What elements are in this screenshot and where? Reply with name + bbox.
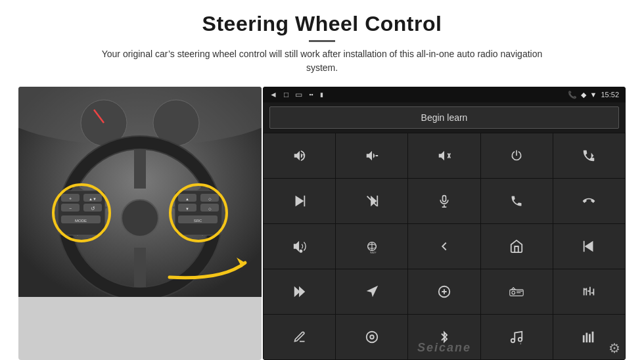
svg-text:▲: ▲ [185, 197, 189, 201]
phone-button[interactable] [481, 179, 553, 223]
next-track-button[interactable] [264, 179, 335, 223]
signal-icon: ▪▪ [309, 91, 313, 98]
home-nav-icon[interactable]: □ [284, 90, 288, 99]
svg-rect-46 [377, 196, 378, 207]
vol-down-button[interactable] [336, 133, 407, 178]
sound-settings-button[interactable] [264, 224, 335, 269]
svg-marker-59 [299, 286, 305, 298]
bluetooth-button[interactable] [408, 315, 480, 359]
status-time: 15:52 [601, 91, 619, 99]
svg-marker-57 [585, 241, 593, 252]
music-button[interactable]: ♩ [481, 315, 553, 359]
svg-text:360°: 360° [370, 252, 377, 254]
svg-rect-43 [304, 196, 305, 207]
header-section: Steering Wheel Control Your original car… [0, 0, 644, 80]
back-button[interactable] [408, 224, 480, 269]
status-bar-left: ◄ □ ▭ ▪▪ ▮ [269, 90, 323, 99]
control-grid: + [263, 133, 626, 360]
svg-text:+: + [302, 152, 305, 158]
svg-rect-81 [592, 332, 594, 343]
svg-text:◇: ◇ [208, 207, 212, 211]
fast-forward-button[interactable] [264, 269, 335, 314]
begin-learn-row: Begin learn [263, 102, 626, 133]
svg-rect-79 [586, 333, 588, 343]
home-button[interactable] [481, 224, 553, 269]
location-icon: ◆ [581, 91, 586, 99]
skip-button[interactable] [336, 179, 407, 223]
page-container: Steering Wheel Control Your original car… [0, 0, 644, 360]
android-panel: ◄ □ ▭ ▪▪ ▮ 📞 ◆ ▼ 15:52 Begin learn [263, 87, 626, 360]
wifi-icon: ▼ [590, 91, 597, 99]
pen-button[interactable] [264, 315, 335, 359]
begin-learn-button[interactable]: Begin learn [269, 106, 619, 129]
content-row: + − ▲▼ ↺ MODE ▲ ◇ ▼ ◇ SRC [0, 80, 644, 360]
svg-point-74 [370, 335, 374, 339]
settings-gear-button[interactable]: ⚙ [609, 340, 620, 356]
photo-panel: + − ▲▼ ↺ MODE ▲ ◇ ▼ ◇ SRC [18, 87, 262, 360]
svg-rect-47 [442, 196, 446, 202]
mic-button[interactable] [408, 179, 480, 223]
navigate-button[interactable] [336, 269, 407, 314]
prev-track-button[interactable] [553, 224, 625, 269]
360-view-button[interactable]: 360° [336, 224, 407, 269]
call-prev-button[interactable] [553, 133, 625, 178]
svg-text:♩: ♩ [520, 340, 522, 344]
svg-text:−: − [69, 206, 72, 211]
battery-icon: ▮ [320, 91, 323, 98]
svg-marker-50 [293, 241, 298, 252]
svg-point-73 [367, 332, 378, 343]
subtitle: Your original car’s steering wheel contr… [92, 47, 552, 75]
svg-text:↺: ↺ [91, 206, 95, 212]
svg-text:MODE: MODE [75, 219, 87, 223]
power-button[interactable] [481, 133, 553, 178]
svg-text:◇: ◇ [208, 197, 212, 201]
hang-up-button[interactable] [553, 179, 625, 223]
status-bar: ◄ □ ▭ ▪▪ ▮ 📞 ◆ ▼ 15:52 [263, 87, 626, 102]
svg-text:▲▼: ▲▼ [89, 197, 97, 201]
svg-marker-60 [367, 286, 378, 297]
status-bar-right: 📞 ◆ ▼ 15:52 [568, 91, 619, 99]
svg-point-11 [122, 200, 158, 236]
svg-text:SRC: SRC [194, 219, 202, 223]
svg-point-75 [511, 339, 515, 343]
phone-icon: 📞 [568, 91, 577, 99]
mute-button[interactable] [408, 133, 480, 178]
page-title: Steering Wheel Control [39, 12, 605, 36]
svg-point-51 [300, 250, 302, 253]
svg-text:▼: ▼ [185, 207, 189, 211]
svg-marker-42 [295, 196, 304, 207]
equalizer-button[interactable] [553, 269, 625, 314]
back-nav-icon[interactable]: ◄ [269, 90, 277, 99]
radio-button[interactable] [481, 269, 553, 314]
svg-rect-56 [584, 241, 585, 252]
svg-text:+: + [69, 196, 72, 201]
vol-up-button[interactable]: + [264, 133, 335, 178]
svg-rect-80 [589, 334, 591, 342]
svg-rect-78 [583, 335, 585, 342]
menu-button[interactable] [336, 315, 407, 359]
title-divider [309, 40, 335, 42]
source-button[interactable] [408, 269, 480, 314]
svg-point-63 [512, 291, 515, 294]
steering-wheel-image: + − ▲▼ ↺ MODE ▲ ◇ ▼ ◇ SRC [18, 87, 262, 297]
recent-nav-icon[interactable]: ▭ [295, 90, 302, 99]
